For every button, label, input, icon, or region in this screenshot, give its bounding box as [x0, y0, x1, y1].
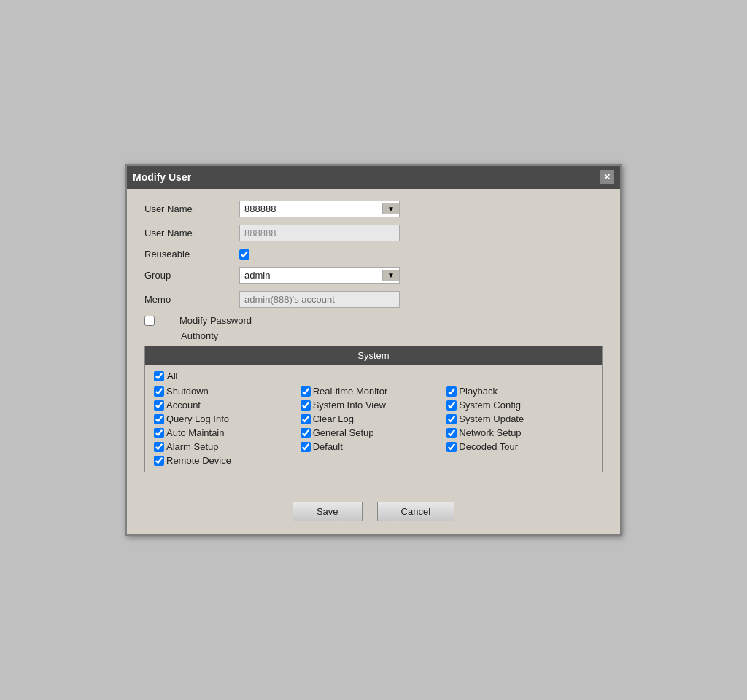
perm-auto-maintain: Auto Maintain — [154, 427, 301, 438]
system-authority-box: System All Shutdown Real-time Monitor — [144, 346, 603, 472]
memo-row: Memo — [144, 291, 603, 308]
perm-query-log-info: Query Log Info — [154, 413, 301, 424]
memo-label: Memo — [144, 294, 239, 305]
cancel-button[interactable]: Cancel — [377, 502, 454, 521]
system-header: System — [145, 346, 602, 365]
perm-system-info-view-checkbox[interactable] — [301, 400, 311, 411]
perm-realtime-monitor: Real-time Monitor — [301, 386, 447, 397]
perm-account: Account — [154, 400, 301, 411]
perm-shutdown-checkbox[interactable] — [154, 386, 164, 397]
perm-decoded-tour: Decoded Tour — [446, 441, 593, 452]
reuseable-checkbox[interactable] — [239, 249, 249, 260]
group-dropdown-input[interactable] — [240, 268, 382, 283]
username-dropdown-input[interactable] — [240, 201, 382, 217]
username-text-label: User Name — [144, 228, 239, 238]
perm-playback-checkbox[interactable] — [446, 386, 457, 397]
perm-system-config-checkbox[interactable] — [446, 400, 457, 411]
perm-clear-log: Clear Log — [301, 413, 447, 424]
system-content: All Shutdown Real-time Monitor Playback — [145, 365, 602, 472]
perm-network-setup: Network Setup — [446, 427, 593, 438]
modify-password-label: Modify Password — [179, 315, 252, 326]
perm-clear-log-checkbox[interactable] — [301, 414, 311, 424]
perm-query-log-info-checkbox[interactable] — [154, 414, 164, 424]
perm-account-checkbox[interactable] — [154, 400, 164, 411]
memo-input — [239, 291, 400, 308]
reuseable-row: Reuseable — [144, 249, 603, 260]
perm-general-setup-checkbox[interactable] — [301, 428, 311, 438]
perm-auto-maintain-checkbox[interactable] — [154, 428, 164, 438]
perm-system-info-view: System Info View — [301, 400, 447, 411]
perm-alarm-setup-checkbox[interactable] — [154, 442, 164, 452]
perm-remote-device-checkbox[interactable] — [154, 456, 164, 466]
perm-network-setup-checkbox[interactable] — [446, 428, 457, 438]
perm-system-config: System Config — [446, 400, 593, 411]
username-dropdown-arrow[interactable]: ▼ — [382, 203, 399, 214]
perm-general-setup: General Setup — [301, 427, 447, 438]
save-button[interactable]: Save — [293, 502, 363, 521]
perm-alarm-setup: Alarm Setup — [154, 441, 301, 452]
perm-remote-device: Remote Device — [154, 455, 301, 466]
perm-decoded-tour-checkbox[interactable] — [446, 442, 457, 452]
dialog-title: Modify User — [133, 171, 191, 183]
username-dropdown-row: User Name ▼ — [144, 201, 603, 217]
close-button[interactable]: ✕ — [600, 170, 614, 184]
perm-system-update-checkbox[interactable] — [446, 414, 457, 424]
modify-password-row: Modify Password — [144, 315, 603, 326]
dialog-titlebar: Modify User ✕ — [127, 166, 620, 189]
perm-default: Default — [301, 441, 447, 452]
username-text-row: User Name — [144, 225, 603, 241]
all-checkbox[interactable] — [154, 371, 164, 381]
modify-password-checkbox[interactable] — [144, 316, 155, 326]
username-dropdown-label: User Name — [144, 203, 239, 214]
authority-label: Authority — [181, 330, 603, 341]
permissions-grid: Shutdown Real-time Monitor Playback Acco… — [154, 386, 593, 466]
perm-shutdown: Shutdown — [154, 386, 301, 397]
group-dropdown-wrapper[interactable]: ▼ — [239, 267, 400, 284]
perm-system-update: System Update — [446, 413, 593, 424]
username-text-input — [239, 225, 400, 241]
all-label: All — [167, 370, 177, 381]
perm-default-checkbox[interactable] — [301, 442, 311, 452]
username-dropdown-wrapper[interactable]: ▼ — [239, 201, 400, 217]
modify-user-dialog: Modify User ✕ User Name ▼ User Name Reus… — [125, 164, 622, 536]
dialog-body: User Name ▼ User Name Reuseable Group ▼ — [127, 189, 620, 494]
group-dropdown-arrow[interactable]: ▼ — [382, 270, 399, 281]
reuseable-label: Reuseable — [144, 249, 239, 260]
group-row: Group ▼ — [144, 267, 603, 284]
all-row: All — [154, 370, 593, 381]
perm-realtime-monitor-checkbox[interactable] — [301, 386, 311, 397]
perm-playback: Playback — [446, 386, 593, 397]
group-label: Group — [144, 270, 239, 281]
dialog-footer: Save Cancel — [127, 494, 620, 534]
